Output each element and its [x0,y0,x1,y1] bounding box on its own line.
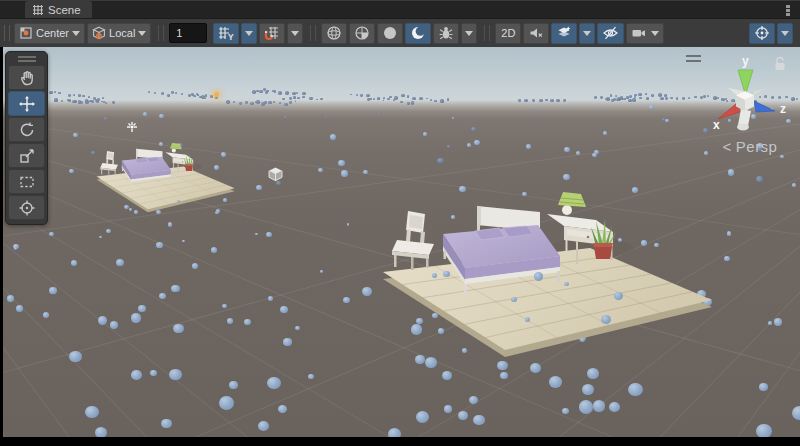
scene-sphere [600,96,603,99]
scene-sphere [105,102,107,104]
scene-sphere [68,94,71,97]
scene-sphere [150,370,157,376]
speaker-muted-icon [528,25,544,41]
scale-tool-button[interactable] [8,143,45,168]
perspective-toggle[interactable]: <Persp [703,138,797,155]
scene-sphere [387,98,390,101]
snap-settings-button[interactable] [259,23,285,44]
scene-sphere [646,97,649,100]
scene-sphere [639,97,642,99]
grid-visibility-dropdown[interactable] [241,23,257,44]
effects-layers-button[interactable] [551,23,577,44]
gizmos-button[interactable] [749,23,775,44]
snap-settings-dropdown[interactable] [287,23,303,44]
scene-sphere [350,94,352,96]
orientation-drag-handle[interactable] [686,55,701,65]
scene-sphere [244,319,251,326]
light-flare-gizmo-icon[interactable] [214,92,219,97]
scene-sphere [14,247,18,250]
scene-sphere [473,415,485,426]
scene-sphere [377,98,380,101]
scene-sphere [649,105,654,109]
scene-sphere [82,95,84,97]
scene-sphere [95,427,107,437]
rotate-tool-button[interactable] [8,117,45,142]
scene-sphere [458,411,468,420]
scene-toolbar: Center Local Y [0,18,800,47]
scene-sphere [609,402,621,413]
transform-tool-button[interactable] [8,195,45,220]
chevron-down-icon [291,31,299,36]
axis-z-cone[interactable] [754,101,775,112]
scene-sphere [341,170,348,176]
light-gizmo-icon[interactable] [126,121,138,133]
scene-sphere [289,97,292,100]
scene-sphere [71,260,77,266]
audio-toggle-button[interactable] [523,23,549,44]
scene-sphere [594,96,597,99]
pivot-mode-dropdown[interactable]: Center [14,23,85,44]
move-tool-button[interactable] [8,91,45,116]
snap-increment-input[interactable] [169,23,207,43]
scene-sphere [296,92,299,94]
unlocked-padlock-icon[interactable] [776,58,785,71]
scene-sphere [285,91,289,95]
scene-sphere [161,419,171,429]
scene-sphere [106,229,111,233]
grid-visibility-button[interactable]: Y [213,23,239,44]
scene-sphere [112,101,115,104]
scene-sphere [792,406,800,420]
scene-sphere [338,160,344,166]
scene-sphere [148,91,150,93]
camera-settings-button[interactable] [626,23,664,44]
scene-sphere [768,321,773,325]
scene-sphere [356,94,358,96]
bedroom-model-near[interactable] [377,190,722,370]
scene-lighting-button[interactable] [405,23,431,44]
effects-layers-dropdown[interactable] [579,23,595,44]
scene-sphere [550,99,554,103]
scene-sphere [756,176,763,182]
scene-sphere [171,285,179,293]
gizmos-dropdown[interactable] [777,23,793,44]
cube-gizmo-icon[interactable] [267,166,284,183]
kebab-menu-icon[interactable] [786,5,790,16]
scene-sphere [416,411,429,423]
2d-toggle-button[interactable]: 2D [495,23,521,44]
gizmo-sphere-icon [754,25,770,41]
shading-shaded-button[interactable] [377,23,403,44]
scene-sphere [440,99,444,102]
scene-sphere [401,94,405,97]
effects-dropdown[interactable] [461,23,477,44]
scene-sphere [219,396,234,410]
scene-sphere [727,231,732,235]
chevron-down-icon [72,31,80,36]
scene-sphere [54,98,58,101]
effects-button[interactable] [433,23,459,44]
rect-tool-button[interactable] [8,169,45,194]
scene-sphere [469,396,478,404]
tab-bar: Scene [0,0,800,18]
scene-viewport[interactable]: y x z <Persp [3,47,800,437]
tab-scene[interactable]: Scene [25,1,92,18]
camera-icon [631,26,648,40]
scene-sphere [670,97,673,100]
scene-sphere [284,116,287,119]
scene-sphere [443,271,450,278]
scene-sphere [293,96,296,98]
tab-scene-label: Scene [48,4,81,16]
pan-tool-button[interactable] [8,65,45,90]
shading-wireframe-button[interactable] [321,23,347,44]
scene-sphere [474,140,479,145]
scene-visibility-button[interactable] [597,23,624,44]
shading-shaded-wireframe-button[interactable] [349,23,375,44]
pivot-rotation-dropdown[interactable]: Local [87,23,151,44]
scene-sphere [610,94,612,96]
bug-icon [438,25,454,41]
scene-sphere [316,99,318,101]
bedroom-model-far[interactable] [94,142,244,222]
scene-sphere [49,232,54,237]
toolbar-grip-handle[interactable] [4,25,10,41]
tools-drag-handle[interactable] [18,56,36,62]
scene-sphere [255,233,258,236]
